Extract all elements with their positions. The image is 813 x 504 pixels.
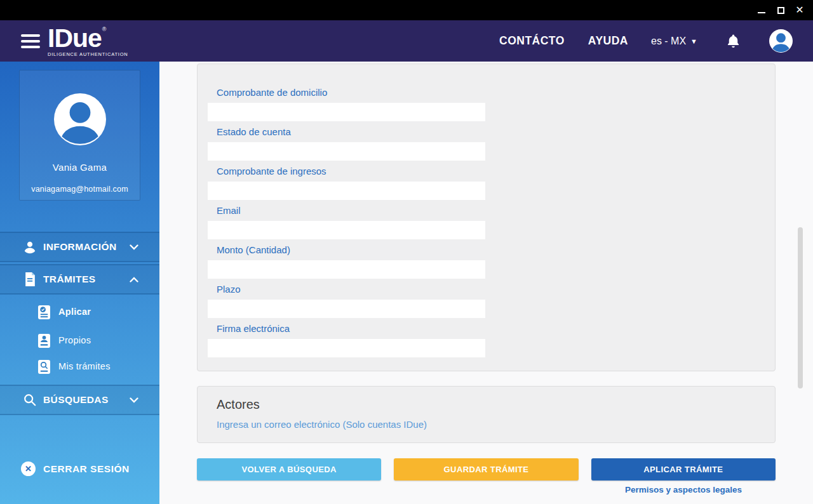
actors-hint-link[interactable]: Ingresa un correo electrónico (Solo cuen… (217, 419, 775, 430)
user-icon (23, 240, 37, 254)
field-label-plazo: Plazo (217, 284, 775, 295)
action-buttons: VOLVER A BÚSQUEDA GUARDAR TRÁMITE APLICA… (197, 458, 776, 481)
actors-title: Actores (217, 397, 775, 412)
field-input-firma[interactable] (208, 339, 485, 357)
field-label-email: Email (217, 205, 775, 216)
maximize-icon[interactable] (771, 0, 790, 20)
logout-label: CERRAR SESIÓN (43, 463, 130, 475)
sidebar-item-informacion[interactable]: INFORMACIÓN (0, 232, 159, 262)
sidebar-item-label: TRÁMITES (43, 274, 95, 285)
sidebar-subitem-aplicar[interactable]: Aplicar (0, 302, 159, 321)
close-circle-icon: ✕ (21, 461, 36, 476)
logout-button[interactable]: ✕ CERRAR SESIÓN (21, 461, 130, 476)
sidebar-subitem-label: Mis trámites (58, 361, 111, 371)
field-label-comprobante-domicilio: Comprobante de domicilio (217, 87, 775, 98)
field-label-comprobante-ingresos: Comprobante de ingresos (217, 166, 775, 177)
field-input-comprobante-ingresos[interactable] (208, 182, 485, 200)
legal-link[interactable]: Permisos y aspectos legales (591, 485, 776, 494)
back-to-search-button[interactable]: VOLVER A BÚSQUEDA (197, 458, 381, 481)
sidebar: Vania Gama vaniagamag@hotmail.com INFORM… (0, 62, 159, 504)
profile-name: Vania Gama (53, 162, 107, 173)
sidebar-item-tramites[interactable]: TRÁMITES (0, 264, 159, 295)
profile-avatar (54, 93, 106, 145)
locale-dropdown[interactable]: es - MX ▼ (651, 36, 697, 47)
apply-tramite-button[interactable]: APLICAR TRÁMITE (591, 458, 776, 481)
application-form-card: Comprobante de domicilio Estado de cuent… (197, 63, 776, 371)
field-input-estado-cuenta[interactable] (208, 142, 485, 161)
minimize-icon[interactable] (752, 0, 771, 20)
sidebar-subitem-propios[interactable]: Propios (0, 331, 159, 350)
sidebar-item-label: BÚSQUEDAS (43, 394, 109, 406)
doc-search-icon (38, 359, 51, 374)
sidebar-item-busquedas[interactable]: BÚSQUEDAS (0, 385, 159, 415)
field-input-plazo[interactable] (208, 300, 485, 318)
registered-mark: ® (102, 26, 107, 32)
chevron-up-icon (130, 277, 138, 282)
chevron-down-icon (130, 397, 138, 403)
field-input-comprobante-domicilio[interactable] (208, 103, 485, 121)
profile-email: vaniagamag@hotmail.com (31, 185, 128, 194)
header-nav: CONTÁCTO AYUDA es - MX ▼ (499, 29, 793, 53)
locale-value: es - MX (651, 36, 686, 47)
notifications-bell-icon[interactable] (727, 34, 740, 48)
save-tramite-button[interactable]: GUARDAR TRÁMITE (394, 458, 578, 481)
profile-card: Vania Gama vaniagamag@hotmail.com (19, 70, 140, 201)
app-header: IDue® DILIGENCE AUTHENTICATION CONTÁCTO … (0, 20, 813, 62)
help-link[interactable]: AYUDA (588, 34, 628, 48)
field-input-email[interactable] (208, 221, 485, 239)
sidebar-item-label: INFORMACIÓN (43, 241, 116, 253)
contact-link[interactable]: CONTÁCTO (499, 34, 565, 48)
actors-card: Actores Ingresa un correo electrónico (S… (197, 386, 776, 443)
close-icon[interactable]: ✕ (790, 0, 809, 20)
field-label-monto: Monto (Cantidad) (217, 244, 775, 256)
field-input-monto[interactable] (208, 260, 485, 279)
caret-down-icon: ▼ (690, 37, 697, 45)
sidebar-subitem-label: Aplicar (58, 307, 91, 317)
chevron-down-icon (130, 244, 138, 250)
logo-tagline: DILIGENCE AUTHENTICATION (48, 52, 128, 57)
logo-wordmark: IDue (48, 23, 102, 53)
window-titlebar: ✕ (0, 0, 813, 20)
field-label-estado-cuenta: Estado de cuenta (217, 126, 775, 138)
app-logo: IDue® DILIGENCE AUTHENTICATION (48, 25, 128, 57)
sidebar-subitem-label: Propios (58, 335, 91, 345)
field-label-firma: Firma electrónica (217, 323, 775, 335)
document-icon (23, 272, 37, 286)
vertical-scrollbar-thumb[interactable] (798, 227, 803, 388)
user-avatar[interactable] (769, 29, 793, 53)
menu-icon[interactable] (21, 31, 40, 51)
doc-user-icon (38, 333, 51, 348)
sidebar-subitem-mis-tramites[interactable]: Mis trámites (0, 357, 159, 376)
search-icon (23, 393, 37, 407)
doc-check-icon (38, 305, 51, 319)
main-content: Comprobante de domicilio Estado de cuent… (159, 62, 813, 504)
